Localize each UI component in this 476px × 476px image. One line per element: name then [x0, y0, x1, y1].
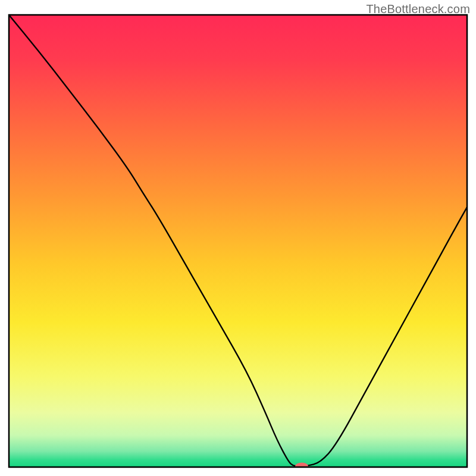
chart-svg — [0, 0, 476, 476]
watermark-text: TheBottleneck.com — [366, 2, 470, 16]
optimal-marker — [295, 462, 308, 469]
gradient-background — [9, 15, 467, 467]
bottleneck-chart: TheBottleneck.com — [0, 0, 476, 476]
